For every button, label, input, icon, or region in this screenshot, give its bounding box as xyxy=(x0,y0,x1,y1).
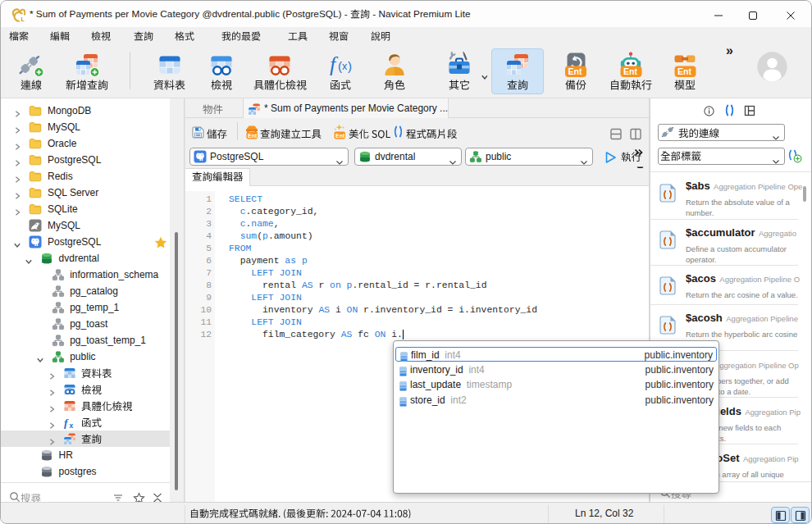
svg-text:Ent: Ent xyxy=(623,66,637,76)
svg-text:Ent: Ent xyxy=(568,66,582,76)
svg-text:Ent: Ent xyxy=(335,133,345,139)
svg-text:Ent: Ent xyxy=(248,133,258,139)
svg-text:x: x xyxy=(70,421,74,430)
svg-text:x: x xyxy=(342,61,348,72)
svg-text:f: f xyxy=(64,417,69,429)
svg-text:L: L xyxy=(21,16,25,22)
svg-text:Ent: Ent xyxy=(677,66,691,76)
svg-text:): ) xyxy=(348,59,352,73)
